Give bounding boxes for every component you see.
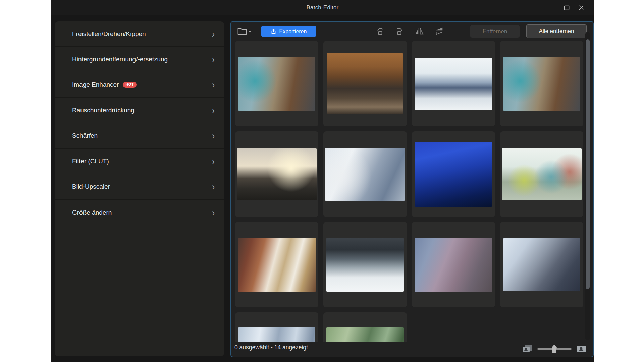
thumbnail-photo-business-pair-table bbox=[326, 238, 404, 292]
sidebar-item-label: Größe ändern bbox=[72, 209, 112, 216]
flip-horizontal-icon bbox=[415, 27, 424, 36]
maximize-icon bbox=[564, 5, 570, 10]
thumbnail-card-11[interactable] bbox=[412, 222, 495, 307]
sidebar-item-label: Bild-Upscaler bbox=[72, 183, 110, 190]
flip-horizontal-button[interactable] bbox=[414, 26, 424, 36]
small-thumbnails-button[interactable] bbox=[522, 345, 533, 353]
hot-badge: HOT bbox=[123, 82, 137, 88]
sidebar-item-label: Rauschunterdrückung bbox=[72, 107, 135, 114]
thumbnail-card-13[interactable] bbox=[235, 312, 318, 342]
status-bar: 0 ausgewählt - 14 angezeigt bbox=[231, 341, 593, 357]
chevron-right-icon: › bbox=[212, 182, 215, 192]
title-bar[interactable]: Batch-Editor bbox=[51, 0, 594, 15]
chevron-right-icon: › bbox=[212, 54, 215, 64]
large-thumbnails-icon bbox=[576, 345, 586, 353]
maximize-button[interactable] bbox=[561, 3, 572, 12]
rotate-left-icon bbox=[376, 27, 385, 36]
scrollbar-thumb[interactable] bbox=[586, 39, 590, 289]
grid-scrollbar[interactable] bbox=[585, 32, 590, 340]
thumbnail-photo-conference-speaker-teal-2 bbox=[503, 57, 580, 111]
selection-status-text: 0 ausgewählt - 14 angezeigt bbox=[234, 344, 308, 351]
thumbnail-photo-international-delegates bbox=[238, 238, 316, 292]
thumbnail-photo-silhouettes-sunset-window bbox=[237, 148, 317, 200]
sidebar-item-label: Image Enhancer bbox=[72, 81, 119, 88]
thumbnail-photo-blurred-crowd-hall bbox=[238, 327, 315, 342]
thumbnail-photo-colorful-seated-audience bbox=[502, 148, 582, 200]
thumbnail-photo-wood-hall-audience bbox=[327, 53, 403, 114]
thumbnail-grid-viewport bbox=[235, 41, 583, 342]
chevron-right-icon: › bbox=[212, 80, 215, 90]
main-panel: Exportieren bbox=[230, 21, 594, 357]
thumbnail-photo-businessmen-meeting-window bbox=[503, 238, 580, 291]
remove-button[interactable]: Entfernen bbox=[470, 25, 520, 38]
sidebar-item-3[interactable]: Image Enhancer HOT › bbox=[55, 72, 224, 98]
thumbnail-card-8[interactable] bbox=[500, 131, 583, 217]
export-button[interactable]: Exportieren bbox=[261, 26, 316, 37]
thumbnail-card-9[interactable] bbox=[235, 222, 318, 307]
flip-vertical-button[interactable] bbox=[434, 26, 444, 36]
small-thumbnails-icon bbox=[522, 345, 533, 353]
export-upload-icon bbox=[271, 28, 276, 34]
sidebar-item-1[interactable]: Freistellen/Drehen/Kippen › bbox=[55, 21, 224, 47]
close-icon bbox=[579, 5, 584, 10]
rotate-right-button[interactable] bbox=[394, 26, 404, 36]
flip-vertical-icon bbox=[435, 27, 444, 36]
chevron-down-icon bbox=[248, 30, 251, 33]
sidebar-item-5[interactable]: Schärfen › bbox=[55, 123, 224, 149]
thumbnail-card-4[interactable] bbox=[500, 41, 583, 126]
window-title: Batch-Editor bbox=[51, 0, 594, 15]
thumbnail-photo-conference-speaker-teal bbox=[238, 57, 315, 111]
export-button-label: Exportieren bbox=[279, 28, 307, 35]
remove-all-button[interactable]: Alle entfernen bbox=[526, 24, 587, 38]
large-thumbnails-button[interactable] bbox=[576, 345, 586, 353]
thumbnail-photo-blue-stage-presenter bbox=[415, 142, 492, 207]
sidebar-item-label: Freistellen/Drehen/Kippen bbox=[72, 30, 146, 38]
slider-thumb[interactable] bbox=[552, 345, 557, 353]
thumbnail-card-1[interactable] bbox=[235, 41, 318, 126]
thumbnail-grid bbox=[235, 41, 583, 342]
rotate-right-icon bbox=[395, 27, 404, 36]
rotate-left-button[interactable] bbox=[375, 26, 385, 36]
chevron-right-icon: › bbox=[212, 29, 215, 39]
close-button[interactable] bbox=[576, 3, 586, 12]
thumbnail-card-3[interactable] bbox=[412, 41, 495, 126]
thumbnail-card-6[interactable] bbox=[323, 131, 407, 217]
chevron-right-icon: › bbox=[212, 207, 215, 218]
thumbnail-card-7[interactable] bbox=[412, 131, 495, 217]
thumbnail-card-14[interactable] bbox=[323, 312, 407, 342]
app-window: Batch-Editor Freistellen/Drehen/Kippen ›… bbox=[51, 0, 594, 362]
folder-open-icon bbox=[237, 27, 247, 35]
thumbnail-photo-green-office-people bbox=[326, 327, 404, 342]
sidebar-item-2[interactable]: Hintergrundentfernung/-ersetzung › bbox=[55, 47, 224, 72]
thumbnail-card-5[interactable] bbox=[235, 131, 318, 217]
thumbnail-zoom-slider[interactable] bbox=[537, 345, 572, 353]
thumbnail-photo-speaker-audience-bright bbox=[325, 148, 405, 201]
sidebar-menu: Freistellen/Drehen/Kippen › Hintergrunde… bbox=[55, 21, 224, 356]
sidebar-item-7[interactable]: Bild-Upscaler › bbox=[55, 174, 224, 200]
sidebar-item-label: Schärfen bbox=[72, 132, 98, 139]
open-folder-button[interactable] bbox=[237, 26, 253, 37]
thumbnail-card-2[interactable] bbox=[323, 41, 407, 126]
thumbnail-photo-office-team-celebration bbox=[415, 238, 492, 292]
thumbnail-card-10[interactable] bbox=[323, 222, 407, 307]
chevron-right-icon: › bbox=[212, 156, 215, 166]
sidebar-item-label: Filter (CLUT) bbox=[72, 158, 109, 165]
sidebar-item-label: Hintergrundentfernung/-ersetzung bbox=[72, 56, 168, 63]
toolbar: Exportieren bbox=[231, 22, 593, 41]
thumbnail-card-12[interactable] bbox=[500, 222, 583, 307]
sidebar-item-8[interactable]: Größe ändern › bbox=[55, 200, 224, 225]
sidebar-item-6[interactable]: Filter (CLUT) › bbox=[55, 149, 224, 174]
chevron-right-icon: › bbox=[212, 131, 215, 141]
sidebar-item-4[interactable]: Rauschunterdrückung › bbox=[55, 98, 224, 123]
chevron-right-icon: › bbox=[212, 105, 215, 115]
zoom-controls bbox=[522, 344, 586, 354]
thumbnail-photo-office-meeting-window bbox=[415, 58, 492, 110]
